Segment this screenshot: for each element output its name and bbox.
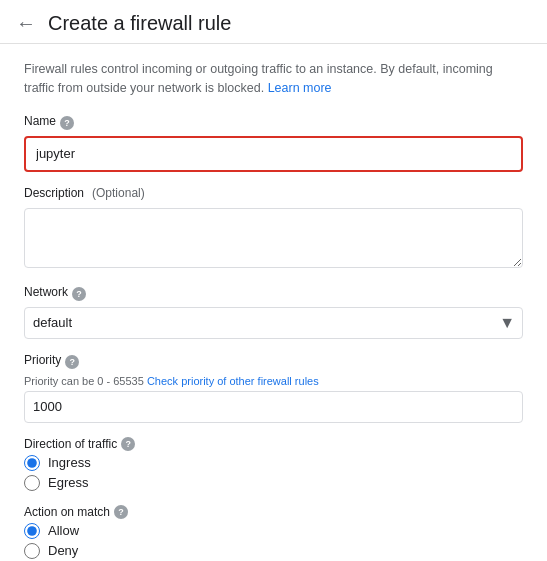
name-label: Name [24,114,56,128]
description-section: Description(Optional) [24,186,523,271]
header: ← Create a firewall rule [0,0,547,44]
name-help-icon[interactable]: ? [60,116,74,130]
deny-radio-item[interactable]: Deny [24,543,523,559]
direction-label: Direction of traffic [24,437,117,451]
action-section: Action on match ? Allow Deny [24,505,523,559]
deny-radio[interactable] [24,543,40,559]
action-help-icon[interactable]: ? [114,505,128,519]
priority-input[interactable] [24,391,523,423]
learn-more-link[interactable]: Learn more [268,81,332,95]
network-section: Network ? default ▼ [24,285,523,339]
name-section: Name ? [24,114,523,172]
direction-radio-group: Ingress Egress [24,455,523,491]
priority-section: Priority ? Priority can be 0 - 65535 Che… [24,353,523,423]
deny-label: Deny [48,543,78,558]
check-priority-link[interactable]: Check priority of other firewall rules [147,375,319,387]
network-select[interactable]: default [24,307,523,339]
back-arrow-icon[interactable]: ← [16,12,36,35]
description-input[interactable] [24,208,523,268]
description-text: Firewall rules control incoming or outgo… [24,60,523,98]
egress-radio[interactable] [24,475,40,491]
egress-label: Egress [48,475,88,490]
content-area: Firewall rules control incoming or outgo… [0,44,547,561]
priority-label: Priority [24,353,61,367]
egress-radio-item[interactable]: Egress [24,475,523,491]
network-help-icon[interactable]: ? [72,287,86,301]
name-input[interactable] [28,140,519,168]
priority-help-icon[interactable]: ? [65,355,79,369]
allow-label: Allow [48,523,79,538]
action-label: Action on match [24,505,110,519]
network-label: Network [24,285,68,299]
allow-radio[interactable] [24,523,40,539]
direction-help-icon[interactable]: ? [121,437,135,451]
ingress-radio[interactable] [24,455,40,471]
ingress-radio-item[interactable]: Ingress [24,455,523,471]
priority-hint: Priority can be 0 - 65535 Check priority… [24,375,523,387]
ingress-label: Ingress [48,455,91,470]
action-radio-group: Allow Deny [24,523,523,559]
description-label: Description(Optional) [24,186,145,200]
direction-section: Direction of traffic ? Ingress Egress [24,437,523,491]
allow-radio-item[interactable]: Allow [24,523,523,539]
page-title: Create a firewall rule [48,12,231,35]
